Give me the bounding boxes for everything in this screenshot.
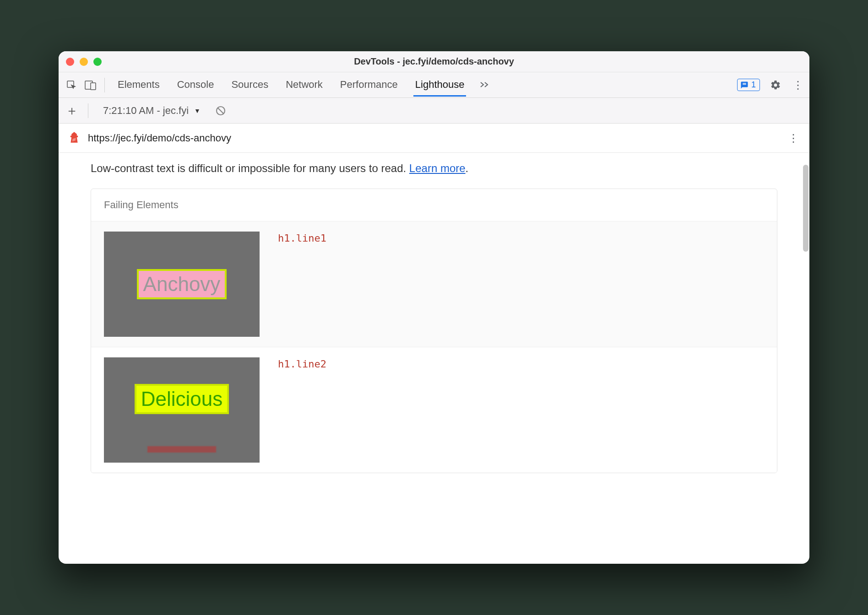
separator: [104, 78, 105, 92]
svg-rect-2: [91, 83, 96, 90]
tab-network[interactable]: Network: [284, 73, 325, 97]
clear-icon[interactable]: [212, 102, 229, 119]
tabbar-right: 1 ⋮: [737, 77, 805, 93]
svg-line-4: [218, 108, 223, 113]
element-selector: h1.line2: [278, 357, 326, 370]
more-options-icon[interactable]: ⋮: [791, 79, 805, 92]
minimize-window-button[interactable]: [80, 58, 88, 66]
issues-count: 1: [751, 80, 756, 90]
devtools-window: DevTools - jec.fyi/demo/cds-anchovy Elem…: [59, 51, 809, 564]
desc-suffix: .: [466, 162, 469, 174]
separator: [88, 103, 88, 118]
issues-badge[interactable]: 1: [737, 79, 760, 91]
scrollbar-thumb[interactable]: [803, 165, 808, 252]
close-window-button[interactable]: [66, 58, 74, 66]
report-content: Low-contrast text is difficult or imposs…: [59, 153, 809, 564]
tab-console[interactable]: Console: [175, 73, 216, 97]
new-report-button[interactable]: ＋: [65, 102, 79, 119]
lighthouse-logo-icon: [68, 131, 81, 146]
audit-description: Low-contrast text is difficult or imposs…: [91, 162, 777, 175]
element-selector: h1.line1: [278, 232, 326, 244]
desc-text: Low-contrast text is difficult or imposs…: [91, 162, 409, 174]
window-title: DevTools - jec.fyi/demo/cds-anchovy: [59, 56, 809, 67]
failing-element-row[interactable]: Anchovy h1.line1: [91, 221, 777, 347]
tab-performance[interactable]: Performance: [338, 73, 400, 97]
tab-sources[interactable]: Sources: [229, 73, 270, 97]
element-thumbnail: Delicious: [104, 357, 260, 463]
maximize-window-button[interactable]: [93, 58, 102, 66]
tab-lighthouse[interactable]: Lighthouse: [413, 73, 467, 97]
panel-tabs: Elements Console Sources Network Perform…: [116, 73, 489, 97]
settings-icon[interactable]: [767, 77, 784, 93]
url-bar: https://jec.fyi/demo/cds-anchovy ⋮: [59, 124, 809, 153]
page-url: https://jec.fyi/demo/cds-anchovy: [88, 132, 779, 144]
report-selector[interactable]: 7:21:10 AM - jec.fyi ▼: [98, 105, 206, 117]
failing-elements-panel: Failing Elements Anchovy h1.line1 Delici…: [91, 189, 777, 473]
window-controls: [66, 58, 102, 66]
titlebar: DevTools - jec.fyi/demo/cds-anchovy: [59, 51, 809, 72]
chevron-down-icon: ▼: [194, 107, 201, 114]
thumb-text: Delicious: [135, 384, 229, 414]
report-menu-icon[interactable]: ⋮: [787, 132, 800, 145]
failing-element-row[interactable]: Delicious h1.line2: [91, 347, 777, 473]
thumb-extra: [147, 446, 216, 453]
tab-elements[interactable]: Elements: [116, 73, 162, 97]
devtools-tabbar: Elements Console Sources Network Perform…: [59, 72, 809, 98]
thumb-text: Anchovy: [137, 269, 227, 299]
element-thumbnail: Anchovy: [104, 232, 260, 337]
panel-header: Failing Elements: [91, 189, 777, 221]
learn-more-link[interactable]: Learn more: [409, 162, 466, 174]
more-tabs-icon[interactable]: [480, 80, 489, 90]
device-toolbar-icon[interactable]: [82, 77, 99, 93]
report-label: 7:21:10 AM - jec.fyi: [103, 105, 189, 117]
inspect-icon[interactable]: [63, 77, 80, 93]
lighthouse-toolbar: ＋ 7:21:10 AM - jec.fyi ▼: [59, 98, 809, 124]
